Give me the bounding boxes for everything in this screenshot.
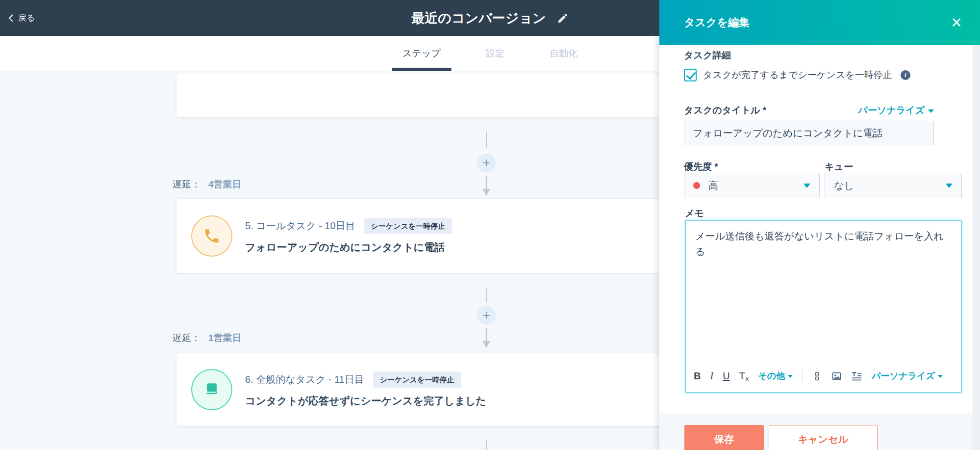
connector-line (486, 440, 487, 450)
connector-line (486, 132, 487, 148)
add-step-button[interactable] (477, 306, 496, 325)
phone-icon (203, 227, 221, 245)
task-title-label: タスクのタイトル * (684, 104, 766, 117)
call-step-circle (191, 215, 232, 257)
clear-formatting-t: T (739, 371, 745, 382)
add-step-button[interactable] (477, 154, 496, 172)
priority-value: 高 (708, 179, 718, 192)
personalize-label: パーソナライズ (872, 370, 935, 382)
queue-value: なし (834, 179, 854, 192)
insert-link-icon[interactable] (812, 371, 822, 381)
memo-editor: メール送信後も返答がないリストに電話フォローを入れる B I U T x その他 (685, 220, 962, 393)
pause-checkbox[interactable] (684, 69, 697, 81)
task-title-label-row: タスクのタイトル * パーソナライズ (684, 104, 934, 117)
insert-snippet-icon[interactable] (851, 371, 862, 381)
tab-settings[interactable]: 設定 (483, 36, 507, 71)
toolbar-divider (802, 370, 803, 382)
step-title: 5. コールタスク - 10日目 (245, 219, 355, 233)
edit-task-panel: タスクを編集 タスク詳細 タスクが完了するまでシーケンスを一時停止 タスクのタイ… (659, 0, 980, 450)
tab-steps-label: ステップ (402, 47, 441, 60)
step-body: 6. 全般的なタスク - 11日目 シーケンスを一時停止 コンタクトが応答せずに… (245, 371, 486, 408)
clear-formatting-button[interactable]: T x (739, 371, 749, 382)
chevron-down-icon (946, 184, 953, 188)
cancel-button[interactable]: キャンセル (769, 425, 878, 450)
panel-title: タスクを編集 (684, 15, 750, 30)
chevron-down-icon (938, 375, 943, 378)
save-button[interactable]: 保存 (684, 425, 764, 450)
delay-value[interactable]: 1営業日 (208, 332, 242, 344)
italic-button[interactable]: I (710, 371, 713, 382)
panel-footer: 保存 キャンセル (659, 414, 980, 450)
priority-high-dot-icon (693, 182, 700, 189)
chevron-down-icon (804, 184, 810, 188)
task-title-input[interactable] (684, 121, 934, 145)
close-icon[interactable] (946, 12, 967, 33)
step-description: コンタクトが応答せずにシーケンスを完了しました (245, 394, 486, 408)
page-title: 最近のコンバージョン (411, 9, 546, 27)
more-dropdown[interactable]: その他 (758, 370, 793, 382)
arrow-down-icon (480, 328, 492, 348)
clear-formatting-x: x (746, 375, 749, 382)
step-title: 6. 全般的なタスク - 11日目 (245, 373, 364, 386)
insert-image-icon[interactable] (831, 371, 842, 381)
personalize-dropdown[interactable]: パーソナライズ (858, 104, 934, 117)
delay-label: 遅延： (173, 178, 201, 191)
task-icon (203, 381, 220, 398)
edit-title-pencil-icon[interactable] (557, 12, 569, 24)
queue-select[interactable]: なし (825, 173, 962, 198)
more-label: その他 (758, 370, 785, 382)
tab-automation-label: 自動化 (550, 47, 578, 60)
delay-label: 遅延： (173, 332, 201, 344)
sequence-editor-screen: 戻る 最近のコンバージョン ステップ 設定 自動化 遅延： 4営業日 5. コー… (0, 0, 980, 450)
pause-checkbox-row: タスクが完了するまでシーケンスを一時停止 (684, 69, 910, 81)
pause-checkbox-label: タスクが完了するまでシーケンスを一時停止 (703, 69, 892, 81)
queue-label: キュー (825, 160, 853, 173)
task-step-circle (191, 369, 232, 410)
priority-label: 優先度 * (684, 160, 718, 173)
priority-select[interactable]: 高 (684, 173, 820, 198)
panel-scrollbar[interactable] (973, 45, 980, 450)
pause-sequence-badge: シーケンスを一時停止 (373, 371, 461, 388)
tab-steps[interactable]: ステップ (400, 36, 444, 71)
panel-header: タスクを編集 (659, 0, 980, 45)
delay-row: 遅延： 1営業日 (173, 332, 242, 344)
chevron-down-icon (788, 375, 793, 378)
tab-automation[interactable]: 自動化 (547, 36, 580, 71)
task-details-heading: タスク詳細 (684, 49, 731, 62)
personalize-dropdown-toolbar[interactable]: パーソナライズ (872, 370, 943, 382)
step-card-call-task[interactable]: 5. コールタスク - 10日目 シーケンスを一時停止 フォローアップのためにコ… (176, 199, 667, 273)
delay-value[interactable]: 4営業日 (208, 178, 242, 191)
underline-button[interactable]: U (723, 371, 729, 382)
pause-sequence-badge: シーケンスを一時停止 (364, 218, 452, 234)
info-icon[interactable] (901, 70, 910, 80)
step-body: 5. コールタスク - 10日目 シーケンスを一時停止 フォローアップのためにコ… (245, 218, 452, 254)
step-description: フォローアップのためにコンタクトに電話 (245, 240, 452, 254)
personalize-label: パーソナライズ (858, 104, 925, 117)
memo-label: メモ (685, 207, 704, 220)
delay-row: 遅延： 4営業日 (173, 178, 242, 191)
arrow-down-icon (480, 176, 492, 196)
chevron-down-icon (928, 109, 934, 113)
rich-text-toolbar: B I U T x その他 (694, 365, 954, 387)
step-card-general-task[interactable]: 6. 全般的なタスク - 11日目 シーケンスを一時停止 コンタクトが応答せずに… (176, 353, 667, 426)
memo-textarea[interactable]: メール送信後も返答がないリストに電話フォローを入れる (686, 221, 961, 267)
tab-settings-label: 設定 (486, 47, 504, 60)
bold-button[interactable]: B (694, 371, 701, 382)
previous-step-card-partial[interactable] (176, 74, 667, 117)
connector-line (486, 289, 487, 302)
